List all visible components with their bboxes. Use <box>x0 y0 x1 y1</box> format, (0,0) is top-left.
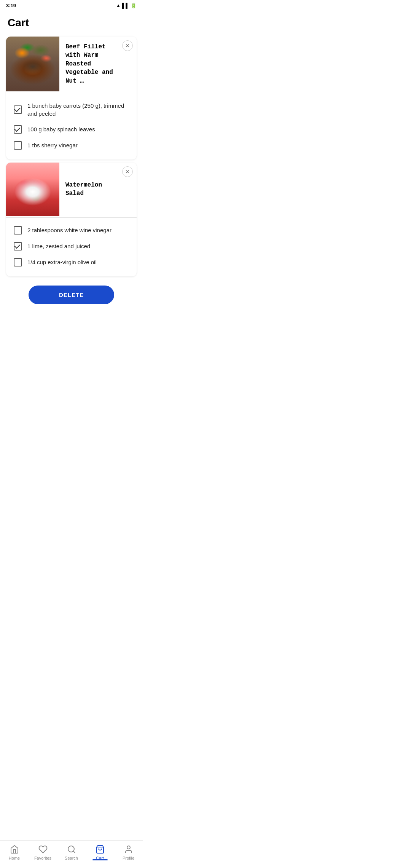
bottom-navigation: Home Favorites Search Cart <box>0 840 143 868</box>
recipe-card-watermelon: ✕ Watermelon Salad 2 tablespoons white w… <box>6 163 137 276</box>
list-item: 1 bunch baby carrots (250 g), trimmed an… <box>12 98 131 121</box>
remove-beef-button[interactable]: ✕ <box>122 40 133 51</box>
page-title: Cart <box>0 11 143 34</box>
watermelon-visual <box>6 163 59 216</box>
watermelon-ingredients-list: 2 tablespoons white wine vinegar 1 lime,… <box>6 219 137 276</box>
nav-item-favorites[interactable]: Favorites <box>32 844 54 860</box>
ingredient-checkbox-6[interactable] <box>14 258 22 266</box>
list-item: 1 tbs sherry vinegar <box>12 137 131 153</box>
ingredient-text-5: 1 lime, zested and juiced <box>27 242 90 250</box>
nav-label-search: Search <box>65 856 78 860</box>
profile-icon <box>124 844 134 854</box>
favorites-icon <box>38 844 48 854</box>
ingredient-checkbox-4[interactable] <box>14 226 22 235</box>
nav-label-home: Home <box>9 856 20 860</box>
home-icon <box>10 844 19 854</box>
status-time: 3:19 <box>6 3 16 8</box>
ingredient-text-4: 2 tablespoons white wine vinegar <box>27 226 112 234</box>
ingredient-checkbox-1[interactable] <box>14 105 22 114</box>
recipe-header-beef: Beef Fillet with Warm Roasted Vegetable … <box>6 37 137 91</box>
nav-item-home[interactable]: Home <box>3 844 26 860</box>
recipe-card-beef: ✕ Beef Fillet with Warm Roasted Vegetabl… <box>6 37 137 160</box>
ingredient-checkbox-2[interactable] <box>14 125 22 134</box>
divider-beef <box>6 93 137 93</box>
remove-watermelon-button[interactable]: ✕ <box>122 166 133 177</box>
beef-visual <box>6 37 59 91</box>
nav-item-profile[interactable]: Profile <box>117 844 140 860</box>
cart-icon <box>95 844 105 854</box>
divider-watermelon <box>6 217 137 218</box>
beef-ingredients-list: 1 bunch baby carrots (250 g), trimmed an… <box>6 95 137 160</box>
active-indicator <box>92 859 108 860</box>
status-bar: 3:19 ▲ ▌▌ 🔋 <box>0 0 143 11</box>
nav-label-favorites: Favorites <box>34 856 51 860</box>
beef-image <box>6 37 59 91</box>
ingredient-text-3: 1 tbs sherry vinegar <box>27 141 78 149</box>
watermelon-image <box>6 163 59 216</box>
ingredient-text-2: 100 g baby spinach leaves <box>27 125 95 133</box>
svg-point-0 <box>68 846 74 852</box>
content-area: ✕ Beef Fillet with Warm Roasted Vegetabl… <box>0 37 143 348</box>
ingredient-checkbox-3[interactable] <box>14 141 22 150</box>
svg-point-3 <box>127 846 130 849</box>
watermelon-recipe-title: Watermelon Salad <box>65 181 121 198</box>
beef-recipe-title: Beef Fillet with Warm Roasted Vegetable … <box>65 43 121 85</box>
search-icon <box>67 844 76 854</box>
nav-item-cart[interactable]: Cart <box>89 844 112 860</box>
ingredient-text-6: 1/4 cup extra-virgin olive oil <box>27 258 97 266</box>
list-item: 1/4 cup extra-virgin olive oil <box>12 254 131 270</box>
list-item: 100 g baby spinach leaves <box>12 121 131 137</box>
list-item: 2 tablespoons white wine vinegar <box>12 222 131 238</box>
ingredient-checkbox-5[interactable] <box>14 242 22 251</box>
delete-button[interactable]: DELETE <box>29 286 114 304</box>
recipe-header-watermelon: Watermelon Salad <box>6 163 137 216</box>
nav-label-profile: Profile <box>123 856 134 860</box>
nav-item-search[interactable]: Search <box>60 844 83 860</box>
ingredient-text-1: 1 bunch baby carrots (250 g), trimmed an… <box>27 102 129 118</box>
svg-line-1 <box>73 851 75 853</box>
status-icons: ▲ ▌▌ 🔋 <box>116 3 137 8</box>
list-item: 1 lime, zested and juiced <box>12 238 131 254</box>
